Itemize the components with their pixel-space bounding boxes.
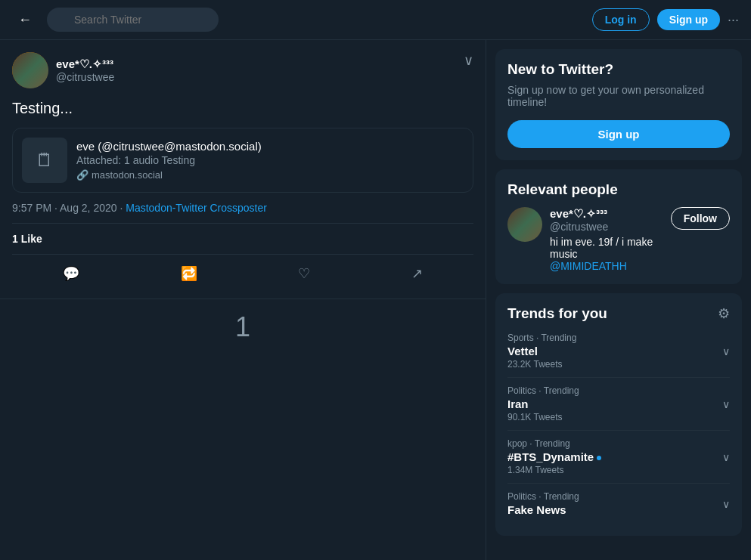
tweet-header: eve*♡.✧³³³ @citrustwee ∨ (12, 52, 473, 88)
person-handle: @citrustwee (550, 221, 663, 233)
link-icon: 🔗 (76, 169, 88, 181)
user-details: eve*♡.✧³³³ @citrustwee (56, 57, 114, 83)
tweet: eve*♡.✧³³³ @citrustwee ∨ Testing... 🗒 ev… (0, 40, 486, 299)
new-twitter-box: New to Twitter? Sign up now to get your … (495, 49, 742, 160)
trend-name: Fake News (507, 503, 730, 516)
tweet-card-subtitle: Attached: 1 audio Testing (76, 154, 464, 166)
trend-more-icon[interactable]: ∨ (722, 498, 730, 510)
search-wrapper: 🔍 (47, 8, 583, 32)
person-avatar (507, 207, 542, 242)
trend-item[interactable]: Politics · Trending Fake News ∨ (507, 484, 730, 524)
tweet-likes: 1 Like (12, 223, 473, 245)
trend-name: #BTS_Dynamite (507, 450, 730, 463)
relevant-people-box: Relevant people eve*♡.✧³³³ @citrustwee h… (495, 169, 742, 284)
crosspost-link[interactable]: Mastodon-Twitter Crossposter (126, 202, 267, 214)
trend-badge (597, 456, 601, 460)
left-column: eve*♡.✧³³³ @citrustwee ∨ Testing... 🗒 ev… (0, 40, 486, 560)
trend-item[interactable]: Sports · Trending Vettel 23.2K Tweets ∨ (507, 325, 730, 378)
person-bio: hi im eve. 19f / i make music (550, 236, 663, 260)
tweet-user-info: eve*♡.✧³³³ @citrustwee (12, 52, 114, 88)
trend-count: 23.2K Tweets (507, 359, 730, 370)
trend-category: Politics · Trending (507, 385, 730, 396)
trend-more-icon[interactable]: ∨ (722, 451, 730, 463)
person-row: eve*♡.✧³³³ @citrustwee hi im eve. 19f / … (507, 207, 730, 272)
trend-more-icon[interactable]: ∨ (722, 398, 730, 410)
avatar-image (12, 52, 48, 88)
trend-category: Sports · Trending (507, 333, 730, 343)
trend-name: Vettel (507, 345, 730, 357)
back-button[interactable]: ← (12, 9, 38, 31)
like-button[interactable]: ♡ (289, 261, 319, 286)
trends-box: Trends for you ⚙ Sports · Trending Vette… (495, 293, 742, 536)
trend-item[interactable]: Politics · Trending Iran 90.1K Tweets ∨ (507, 378, 730, 431)
tweet-card-icon: 🗒 (22, 138, 67, 183)
trend-category: kpop · Trending (507, 438, 730, 449)
tweet-content: Testing... (12, 97, 473, 119)
person-bio-link[interactable]: @MIMIDEATHH (550, 260, 663, 272)
new-twitter-title: New to Twitter? (507, 61, 730, 78)
follow-button[interactable]: Follow (671, 207, 730, 230)
like-count-indicator: 1 (0, 299, 486, 355)
user-handle: @citrustwee (56, 71, 114, 83)
tweet-card[interactable]: 🗒 eve (@citrustwee@mastodon.social) Atta… (12, 128, 473, 193)
trend-name: Iran (507, 398, 730, 410)
more-options[interactable]: ··· (728, 12, 739, 28)
tweet-card-title: eve (@citrustwee@mastodon.social) (76, 140, 464, 153)
retweet-button[interactable]: 🔁 (172, 261, 206, 286)
avatar (12, 52, 48, 88)
main-layout: eve*♡.✧³³³ @citrustwee ∨ Testing... 🗒 ev… (0, 40, 751, 560)
relevant-people-title: Relevant people (507, 181, 730, 198)
gear-icon[interactable]: ⚙ (718, 305, 730, 322)
trends-header: Trends for you ⚙ (507, 305, 730, 322)
trend-category: Politics · Trending (507, 491, 730, 502)
trends-title: Trends for you (507, 305, 607, 322)
login-button[interactable]: Log in (592, 8, 650, 31)
person-info: eve*♡.✧³³³ @citrustwee hi im eve. 19f / … (550, 207, 663, 272)
link-text: mastodon.social (92, 169, 163, 181)
tweet-timestamp: 9:57 PM · Aug 2, 2020 · Mastodon-Twitter… (12, 202, 473, 214)
person-name: eve*♡.✧³³³ (550, 207, 663, 221)
tweet-card-info: eve (@citrustwee@mastodon.social) Attach… (76, 140, 464, 181)
nav-buttons: Log in Sign up ··· (592, 8, 739, 31)
signup-button[interactable]: Sign up (657, 9, 720, 30)
trend-count: 1.34M Tweets (507, 465, 730, 475)
new-twitter-subtitle: Sign up now to get your own personalized… (507, 84, 730, 108)
reply-button[interactable]: 💬 (54, 261, 88, 286)
tweet-actions: 💬 🔁 ♡ ↗ (12, 254, 473, 286)
trend-count: 90.1K Tweets (507, 412, 730, 422)
share-button[interactable]: ↗ (402, 261, 432, 286)
trend-more-icon[interactable]: ∨ (722, 345, 730, 357)
username: eve*♡.✧³³³ (56, 57, 114, 71)
trend-item[interactable]: kpop · Trending #BTS_Dynamite 1.34M Twee… (507, 431, 730, 484)
tweet-menu-icon[interactable]: ∨ (464, 52, 473, 69)
right-column: New to Twitter? Sign up now to get your … (486, 40, 751, 560)
signup-full-button[interactable]: Sign up (507, 120, 730, 148)
trends-list: Sports · Trending Vettel 23.2K Tweets ∨ … (507, 325, 730, 524)
top-nav: ← 🔍 Log in Sign up ··· (0, 0, 751, 40)
search-input[interactable] (47, 8, 219, 32)
tweet-card-link[interactable]: 🔗 mastodon.social (76, 169, 464, 181)
